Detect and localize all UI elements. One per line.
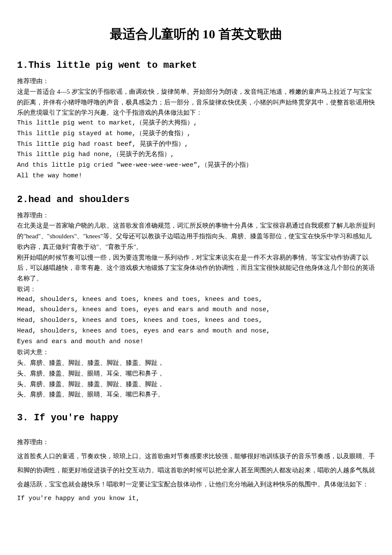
meaning-line: 头、肩膀、膝盖、脚趾、膝盖、脚趾、膝盖、脚趾， bbox=[17, 379, 375, 390]
section-2-body: 推荐理由： 在北美这是一首家喻户晓的儿歌。这首歌发音准确规范，词汇所反映的事物十… bbox=[17, 210, 375, 400]
lyric-line: This little pig stayed at home,（晃孩子的食指）, bbox=[17, 129, 375, 139]
lyrics-label: 歌词： bbox=[17, 284, 375, 295]
section-3-body: 推荐理由： 这首脍炙人口的童谣，节奏欢快，琅琅上口。这首歌曲对节奏感要求比较强，… bbox=[17, 435, 375, 506]
recommend-label: 推荐理由： bbox=[17, 76, 375, 87]
section-2-heading: 2.head and shoulders bbox=[17, 194, 375, 205]
lyric-line: This little pig had none,（晃孩子的无名指）, bbox=[17, 150, 375, 160]
section-2-intro-1: 在北美这是一首家喻户晓的儿歌。这首歌发音准确规范，词汇所反映的事物十分具体，宝宝… bbox=[17, 220, 375, 252]
recommend-label: 推荐理由： bbox=[17, 210, 375, 221]
lyric-line: This little pig went to market,（晃孩子的大拇指）… bbox=[17, 118, 375, 129]
meaning-label: 歌词大意： bbox=[17, 347, 375, 358]
section-3-intro: 这首脍炙人口的童谣，节奏欢快，琅琅上口。这首歌曲对节奏感要求比较强，能够很好地训… bbox=[17, 449, 375, 491]
section-3-heading: 3. If you're happy bbox=[17, 413, 375, 423]
lyric-line: And this little pig cried "wee-wee-wee-w… bbox=[17, 160, 375, 171]
meaning-line: 头、肩膀、膝盖、脚趾、眼睛、耳朵、嘴巴和鼻子。 bbox=[17, 389, 375, 400]
lyric-line: Eyes and ears and mouth and nose! bbox=[17, 337, 375, 347]
lyric-line: Head, shoulders, knees and toes, knees a… bbox=[17, 295, 375, 305]
meaning-line: 头、肩膀、膝盖、脚趾、眼睛、耳朵、嘴巴和鼻子， bbox=[17, 368, 375, 379]
lyric-line: Head, shoulders, knees and toes, eyes an… bbox=[17, 326, 375, 337]
lyric-line: If you're happy and you know it, bbox=[17, 491, 375, 506]
section-1-intro: 这是一首适合 4—5 岁宝宝的手指歌谣，曲调欢快，旋律简单。开始部分为朗读，发音… bbox=[17, 87, 375, 118]
lyric-line: Head, shoulders, knees and toes, eyes an… bbox=[17, 305, 375, 315]
page-title: 最适合儿童听的 10 首英文歌曲 bbox=[17, 26, 375, 43]
section-2-intro-2: 刚开始唱的时候节奏可以慢一些，因为要连贯地做一系列动作，对宝宝来说实在是一件不大… bbox=[17, 252, 375, 284]
lyric-line: All the way home! bbox=[17, 171, 375, 182]
lyric-line: Head, shoulders, knees and toes, knees a… bbox=[17, 315, 375, 326]
meaning-line: 头、肩膀、膝盖、脚趾、膝盖、脚趾、膝盖、脚趾， bbox=[17, 358, 375, 368]
section-1-heading: 1.This little pig went to market bbox=[17, 60, 375, 71]
lyric-line: This little pig had roast beef, 晃孩子的中指）, bbox=[17, 139, 375, 150]
recommend-label: 推荐理由： bbox=[17, 435, 375, 449]
section-1-body: 推荐理由： 这是一首适合 4—5 岁宝宝的手指歌谣，曲调欢快，旋律简单。开始部分… bbox=[17, 76, 375, 182]
